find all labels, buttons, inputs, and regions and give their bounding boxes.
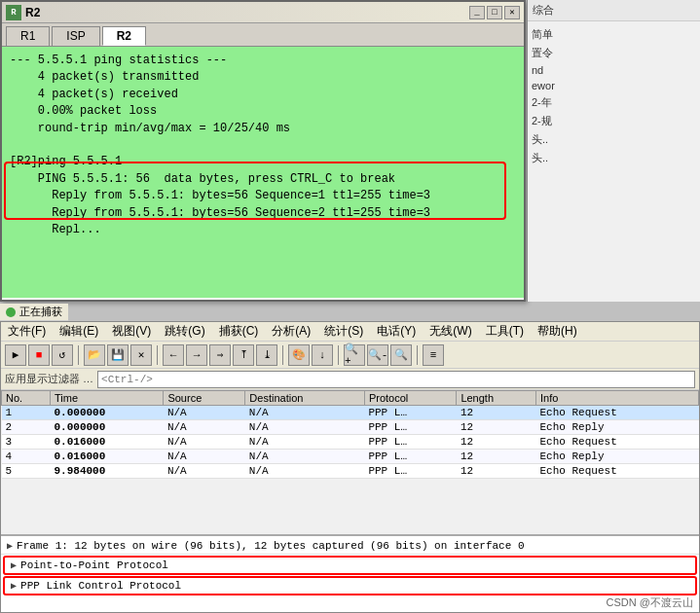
terminal-line-10: Reply from 5.5.5.1: bytes=56 Sequence=2 … xyxy=(10,205,516,222)
toolbar-save-btn[interactable]: 💾 xyxy=(107,344,129,366)
tab-isp[interactable]: ISP xyxy=(52,26,99,46)
cell-source: N/A xyxy=(164,464,245,479)
cell-time: 0.016000 xyxy=(51,435,164,450)
tab-r2[interactable]: R2 xyxy=(102,26,146,46)
packet-list-pane[interactable]: No. Time Source Destination Protocol Len… xyxy=(1,390,699,507)
terminal-line-5: round-trip min/avg/max = 10/25/40 ms xyxy=(10,121,516,137)
cell-info: Echo Request xyxy=(536,464,699,479)
cell-no: 2 xyxy=(2,420,51,435)
menu-file[interactable]: 文件(F) xyxy=(5,323,49,340)
table-row[interactable]: 59.984000N/AN/APPP L…12Echo Request xyxy=(2,464,699,479)
r2-titlebar-left: R R2 xyxy=(6,5,40,20)
toolbar-autoscroll-btn[interactable]: ↓ xyxy=(312,344,333,366)
toolbar-bot-btn[interactable]: ⤓ xyxy=(256,344,277,366)
sidebar-item-4: ewor xyxy=(532,78,696,93)
packet-table: No. Time Source Destination Protocol Len… xyxy=(1,390,699,479)
cell-protocol: PPP L… xyxy=(364,420,456,435)
right-sidebar: 综合 简单 置令 nd ewor 2-年 2-规 头.. 头.. xyxy=(527,0,700,302)
toolbar-restart-btn[interactable]: ↺ xyxy=(52,344,73,366)
toolbar-goto-btn[interactable]: ⇒ xyxy=(209,344,231,366)
detail-row-ppp-lcp[interactable]: ▶ PPP Link Control Protocol xyxy=(3,576,697,595)
table-row[interactable]: 20.000000N/AN/APPP L…12Echo Reply xyxy=(2,420,699,435)
cell-protocol: PPP L… xyxy=(364,435,456,450)
terminal-line-2: 4 packet(s) transmitted xyxy=(10,69,516,86)
packet-tbody: 10.000000N/AN/APPP L…12Echo Request20.00… xyxy=(2,406,699,479)
toolbar-fwd-btn[interactable]: → xyxy=(186,344,207,366)
col-length: Length xyxy=(457,391,536,406)
minimize-button[interactable]: _ xyxy=(469,6,485,19)
cell-destination: N/A xyxy=(245,406,365,420)
toolbar-colorize-btn[interactable]: 🎨 xyxy=(288,344,310,366)
sidebar-item-6: 2-规 xyxy=(532,112,696,130)
cell-no: 1 xyxy=(2,406,51,420)
menu-goto[interactable]: 跳转(G) xyxy=(162,323,207,340)
table-row[interactable]: 10.000000N/AN/APPP L…12Echo Request xyxy=(2,406,699,420)
toolbar-pktlist-btn[interactable]: ≡ xyxy=(423,344,444,366)
detail-row-frame[interactable]: ▶ Frame 1: 12 bytes on wire (96 bits), 1… xyxy=(1,538,699,555)
toolbar-zoomreset-btn[interactable]: 🔍 xyxy=(390,344,412,366)
sidebar-item-3: nd xyxy=(532,62,696,78)
cell-length: 12 xyxy=(457,406,536,420)
filter-input[interactable] xyxy=(97,371,695,388)
sidebar-items: 简单 置令 nd ewor 2-年 2-规 头.. 头.. xyxy=(528,21,700,171)
toolbar-start-btn[interactable]: ▶ xyxy=(5,344,26,366)
cell-no: 4 xyxy=(2,450,51,464)
terminal-line-3: 4 packet(s) received xyxy=(10,87,516,103)
wireshark-toolbar: ▶ ■ ↺ 📂 💾 ✕ ← → ⇒ ⤒ ⤓ 🎨 ↓ 🔍+ 🔍- 🔍 ≡ xyxy=(1,342,699,369)
r2-window-controls: _ □ ✕ xyxy=(469,6,520,19)
cell-source: N/A xyxy=(164,406,245,420)
terminal-line-9: Reply from 5.5.5.1: bytes=56 Sequence=1 … xyxy=(10,188,516,204)
capture-indicator: 正在捕获 xyxy=(0,304,68,321)
menu-stats[interactable]: 统计(S) xyxy=(321,323,366,340)
cell-destination: N/A xyxy=(245,464,365,479)
menu-capture[interactable]: 捕获(C) xyxy=(216,323,262,340)
close-button[interactable]: ✕ xyxy=(504,6,520,19)
table-row[interactable]: 40.016000N/AN/APPP L…12Echo Reply xyxy=(2,450,699,464)
menu-help[interactable]: 帮助(H) xyxy=(534,323,580,340)
tab-r1[interactable]: R1 xyxy=(6,26,50,46)
table-row[interactable]: 30.016000N/AN/APPP L…12Echo Request xyxy=(2,435,699,450)
expand-arrow-frame[interactable]: ▶ xyxy=(7,540,13,552)
menu-view[interactable]: 视图(V) xyxy=(109,323,154,340)
sidebar-item-8: 头.. xyxy=(532,149,696,167)
menu-analyze[interactable]: 分析(A) xyxy=(269,323,313,340)
expand-arrow-ppp-lcp[interactable]: ▶ xyxy=(11,580,17,592)
toolbar-top-btn[interactable]: ⤒ xyxy=(233,344,254,366)
cell-time: 0.000000 xyxy=(51,406,164,420)
ppp-lcp-detail-text: PPP Link Control Protocol xyxy=(20,580,181,592)
packet-detail-pane: ▶ Frame 1: 12 bytes on wire (96 bits), 1… xyxy=(1,534,699,612)
cell-time: 0.016000 xyxy=(51,450,164,464)
menu-wireless[interactable]: 无线(W) xyxy=(426,323,474,340)
terminal-line-1: --- 5.5.5.1 ping statistics --- xyxy=(10,53,516,69)
filter-label: 应用显示过滤器 … xyxy=(5,372,93,386)
capture-dot xyxy=(6,307,16,317)
table-header-row: No. Time Source Destination Protocol Len… xyxy=(2,391,699,406)
toolbar-close-btn[interactable]: ✕ xyxy=(130,344,152,366)
toolbar-zoomout-btn[interactable]: 🔍- xyxy=(367,344,388,366)
cell-destination: N/A xyxy=(245,450,365,464)
wireshark-menubar: 文件(F) 编辑(E) 视图(V) 跳转(G) 捕获(C) 分析(A) 统计(S… xyxy=(1,322,699,342)
col-time: Time xyxy=(51,391,164,406)
toolbar-zoomin-btn[interactable]: 🔍+ xyxy=(344,344,365,366)
r2-terminal-content[interactable]: --- 5.5.5.1 ping statistics --- 4 packet… xyxy=(2,47,524,298)
toolbar-stop-btn[interactable]: ■ xyxy=(28,344,50,366)
col-protocol: Protocol xyxy=(364,391,456,406)
cell-source: N/A xyxy=(164,420,245,435)
sidebar-top-label: 综合 xyxy=(528,0,700,21)
cell-length: 12 xyxy=(457,420,536,435)
detail-row-ppp[interactable]: ▶ Point-to-Point Protocol xyxy=(3,556,697,575)
cell-source: N/A xyxy=(164,435,245,450)
sidebar-item-7: 头.. xyxy=(532,130,696,149)
menu-phone[interactable]: 电话(Y) xyxy=(374,323,419,340)
wireshark-window: 文件(F) 编辑(E) 视图(V) 跳转(G) 捕获(C) 分析(A) 统计(S… xyxy=(0,321,700,613)
toolbar-back-btn[interactable]: ← xyxy=(163,344,184,366)
maximize-button[interactable]: □ xyxy=(487,6,502,19)
expand-arrow-ppp[interactable]: ▶ xyxy=(11,559,17,571)
r2-terminal-window: R R2 _ □ ✕ R1 ISP R2 --- 5.5.5.1 ping st… xyxy=(0,0,526,302)
menu-tools[interactable]: 工具(T) xyxy=(483,323,527,340)
cell-time: 0.000000 xyxy=(51,420,164,435)
toolbar-open-btn[interactable]: 📂 xyxy=(84,344,105,366)
menu-edit[interactable]: 编辑(E) xyxy=(56,323,101,340)
cell-info: Echo Reply xyxy=(536,420,699,435)
sidebar-item-5: 2-年 xyxy=(532,93,696,112)
